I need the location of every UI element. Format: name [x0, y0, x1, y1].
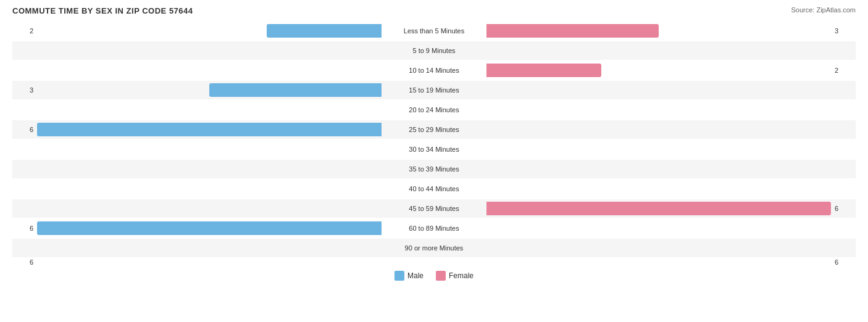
right-bar-container	[486, 241, 831, 255]
bar-section: 25 to 29 Minutes	[37, 123, 831, 136]
bar-row: 45 to 59 Minutes 6	[12, 199, 856, 218]
center-label: 35 to 39 Minutes	[382, 165, 486, 173]
male-bar	[209, 83, 382, 97]
left-value: 2	[12, 27, 37, 35]
left-bar-container	[37, 103, 382, 117]
bar-section: 90 or more Minutes	[37, 241, 831, 255]
right-bar-container	[486, 44, 831, 57]
center-label: 20 to 24 Minutes	[382, 106, 486, 114]
center-label: 10 to 14 Minutes	[382, 67, 486, 74]
right-bar-container	[486, 64, 831, 77]
center-label: 30 to 34 Minutes	[382, 146, 486, 153]
bar-section: 5 to 9 Minutes	[37, 44, 831, 57]
bar-section: 45 to 59 Minutes	[37, 202, 831, 215]
left-bar-container	[37, 142, 382, 156]
center-label: Less than 5 Minutes	[382, 27, 486, 35]
right-bar-container	[486, 221, 831, 235]
left-bar-container	[37, 64, 382, 77]
center-label: 60 to 89 Minutes	[382, 225, 486, 232]
left-bar-container	[37, 221, 382, 235]
male-bar	[267, 24, 382, 38]
bar-row: 35 to 39 Minutes	[12, 160, 856, 178]
center-label: 5 to 9 Minutes	[382, 47, 486, 54]
bar-row: 10 to 14 Minutes 2	[12, 61, 856, 80]
center-label: 25 to 29 Minutes	[382, 126, 486, 133]
legend-female: Female	[436, 271, 474, 281]
bar-section: 40 to 44 Minutes	[37, 182, 831, 196]
right-bar-container	[486, 142, 831, 156]
male-swatch	[394, 271, 404, 281]
right-bar-container	[486, 182, 831, 196]
left-value: 6	[12, 225, 37, 232]
legend-female-label: Female	[449, 271, 474, 280]
left-value: 6	[12, 126, 37, 133]
axis-left-label: 6	[12, 258, 37, 266]
female-bar	[486, 64, 601, 77]
bar-row: 2 Less than 5 Minutes 3	[12, 22, 856, 40]
bar-row: 6 60 to 89 Minutes	[12, 219, 856, 237]
female-swatch	[436, 271, 446, 281]
right-bar-container	[486, 83, 831, 97]
source-text: Source: ZipAtlas.com	[791, 6, 856, 14]
left-bar-container	[37, 202, 382, 215]
left-bar-container	[37, 182, 382, 196]
right-bar-container	[486, 24, 831, 38]
female-bar	[486, 202, 831, 215]
center-label: 40 to 44 Minutes	[382, 185, 486, 192]
legend-male-label: Male	[407, 271, 424, 280]
chart-header: COMMUTE TIME BY SEX IN ZIP CODE 57644 So…	[12, 6, 856, 15]
chart-area: 2 Less than 5 Minutes 3 5 to 9 Minutes	[12, 22, 856, 257]
axis-labels-row: 6 6	[12, 258, 856, 266]
bar-row: 5 to 9 Minutes	[12, 41, 856, 60]
legend-male: Male	[394, 271, 424, 281]
bar-row: 20 to 24 Minutes	[12, 101, 856, 119]
right-bar-container	[486, 103, 831, 117]
left-bar-container	[37, 24, 382, 38]
center-label: 90 or more Minutes	[382, 244, 486, 252]
right-bar-container	[486, 123, 831, 136]
left-bar-container	[37, 123, 382, 136]
bar-section: 20 to 24 Minutes	[37, 103, 831, 117]
right-bar-container	[486, 162, 831, 176]
legend: Male Female	[12, 271, 856, 281]
right-value: 3	[831, 27, 856, 35]
male-bar	[37, 123, 382, 136]
right-bar-container	[486, 202, 831, 215]
bar-row: 40 to 44 Minutes	[12, 180, 856, 198]
left-bar-container	[37, 241, 382, 255]
bar-section: 30 to 34 Minutes	[37, 142, 831, 156]
bar-row: 6 25 to 29 Minutes	[12, 120, 856, 139]
center-label: 15 to 19 Minutes	[382, 86, 486, 94]
bar-row: 30 to 34 Minutes	[12, 140, 856, 159]
bar-row: 90 or more Minutes	[12, 239, 856, 257]
left-bar-container	[37, 83, 382, 97]
bar-section: Less than 5 Minutes	[37, 24, 831, 38]
left-value: 3	[12, 86, 37, 94]
axis-right-label: 6	[831, 258, 856, 266]
bar-row: 3 15 to 19 Minutes	[12, 81, 856, 99]
right-value: 2	[831, 67, 856, 74]
male-bar	[37, 221, 382, 235]
bar-section: 35 to 39 Minutes	[37, 162, 831, 176]
chart-title: COMMUTE TIME BY SEX IN ZIP CODE 57644	[12, 6, 193, 15]
left-bar-container	[37, 44, 382, 57]
left-bar-container	[37, 162, 382, 176]
bar-section: 10 to 14 Minutes	[37, 64, 831, 77]
bar-section: 60 to 89 Minutes	[37, 221, 831, 235]
bar-section: 15 to 19 Minutes	[37, 83, 831, 97]
right-value: 6	[831, 205, 856, 212]
female-bar	[486, 24, 659, 38]
center-label: 45 to 59 Minutes	[382, 205, 486, 212]
